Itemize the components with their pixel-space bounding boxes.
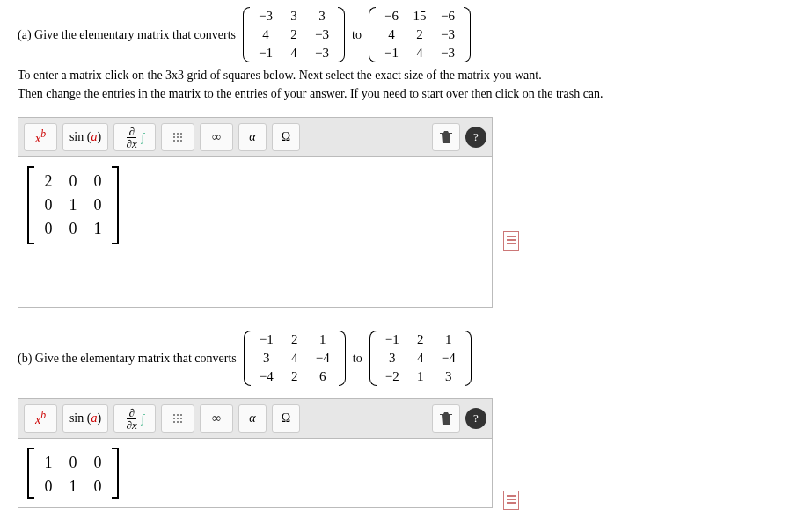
help-button[interactable]: ? [465,408,486,429]
omega-button[interactable]: Ω [272,123,300,151]
editor-body-a[interactable]: 200 010 001 [18,157,492,307]
trash-icon [440,130,452,144]
part-a-matrix-from: −333 42−3 −14−3 [243,7,345,62]
sin-button[interactable]: sin (a) [62,404,108,433]
page-icon[interactable] [503,231,519,251]
exponent-button[interactable]: xb [24,404,57,433]
trash-button[interactable] [432,404,460,433]
alpha-button[interactable]: α [238,404,267,433]
part-b-prefix: (b) Give the elementary matrix that conv… [18,352,237,366]
infinity-button[interactable]: ∞ [200,123,233,151]
help-button[interactable]: ? [465,127,486,148]
answer-matrix-a[interactable]: 200 010 001 [27,166,119,244]
derivative-button[interactable]: ∂∂x ∫ [113,123,156,151]
instructions: To enter a matrix click on the 3x3 grid … [18,66,794,103]
part-a-matrix-to: −615−6 42−3 −14−3 [369,7,471,62]
page-icon[interactable] [503,491,519,510]
exponent-button[interactable]: xb [24,123,57,151]
part-b-matrix-from: −121 34−4 −426 [244,331,346,386]
matrix-grid-button[interactable] [161,404,194,433]
trash-button[interactable] [432,123,460,151]
editor-body-b[interactable]: 100 010 [18,439,492,507]
derivative-button[interactable]: ∂∂x ∫ [113,404,156,433]
infinity-button[interactable]: ∞ [200,404,233,433]
equation-editor-a: xb sin (a) ∂∂x ∫ ∞ α Ω ? 200 010 001 [18,117,493,308]
part-a-prefix: (a) Give the elementary matrix that conv… [18,28,236,42]
matrix-grid-button[interactable] [161,123,194,151]
part-b-prompt: (b) Give the elementary matrix that conv… [18,331,794,386]
omega-button[interactable]: Ω [272,404,300,433]
to-word: to [352,28,362,42]
alpha-button[interactable]: α [238,123,267,151]
equation-editor-b: xb sin (a) ∂∂x ∫ ∞ α Ω ? 100 010 [18,398,493,508]
to-word: to [353,352,362,366]
answer-matrix-b[interactable]: 100 010 [27,448,119,499]
part-b-matrix-to: −121 34−4 −213 [369,331,472,386]
part-a-prompt: (a) Give the elementary matrix that conv… [18,7,794,62]
trash-icon [440,411,452,426]
sin-button[interactable]: sin (a) [62,123,108,151]
editor-toolbar: xb sin (a) ∂∂x ∫ ∞ α Ω ? [18,399,492,439]
editor-toolbar: xb sin (a) ∂∂x ∫ ∞ α Ω ? [18,118,492,157]
